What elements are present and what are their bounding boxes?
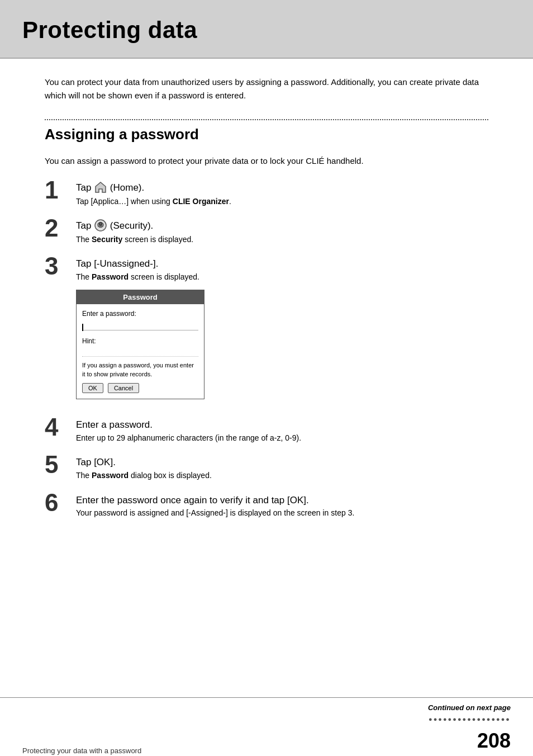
footer-right: Continued on next page ●●●●●●●●●●●●●●●●●… xyxy=(428,702,511,756)
step-5-number: 5 xyxy=(45,452,76,477)
security-icon xyxy=(94,219,107,232)
section-title: Assigning a password xyxy=(45,124,488,145)
step-5-sub: The Password dialog box is displayed. xyxy=(76,470,488,481)
step-2-number: 2 xyxy=(45,216,76,240)
home-icon xyxy=(94,181,107,194)
page-header: Protecting data xyxy=(0,0,533,58)
step-1-content: Tap (Home). Tap [Applica…] when using CL… xyxy=(76,181,488,207)
dialog-cancel-button[interactable]: Cancel xyxy=(108,383,139,393)
dialog-hint-label: Hint: xyxy=(82,336,198,346)
dialog-buttons: OK Cancel xyxy=(82,383,198,393)
step-1-sub: Tap [Applica…] when using CLIE Organizer… xyxy=(76,196,488,207)
step-4-number: 4 xyxy=(45,415,76,440)
continued-text: Continued on next page xyxy=(428,702,511,714)
svg-point-2 xyxy=(99,222,102,225)
step-6-number: 6 xyxy=(45,490,76,515)
footer-left-text: Protecting your data with a password xyxy=(22,745,141,757)
step-1-number: 1 xyxy=(45,178,76,202)
step-6: 6 Enter the password once again to verif… xyxy=(45,494,488,519)
step-3-main: Tap [-Unassigned-]. xyxy=(76,257,488,271)
step-5: 5 Tap [OK]. The Password dialog box is d… xyxy=(45,456,488,481)
step-6-main: Enter the password once again to verify … xyxy=(76,494,488,507)
step-4-main: Enter a password. xyxy=(76,418,488,432)
page-number: 208 xyxy=(477,726,511,756)
password-dialog: Password Enter a password: Hint: If you … xyxy=(76,290,204,399)
page-container: Protecting data You can protect your dat… xyxy=(0,0,533,756)
step-1-main: Tap (Home). xyxy=(76,181,488,195)
main-content: You can protect your data from unauthori… xyxy=(0,59,533,542)
step-3-content: Tap [-Unassigned-]. The Password screen … xyxy=(76,257,488,406)
dialog-note: If you assign a password, you must enter… xyxy=(82,361,198,379)
dialog-body: Enter a password: Hint: If you assign a … xyxy=(77,304,204,399)
step-6-content: Enter the password once again to verify … xyxy=(76,494,488,519)
step-2-content: Tap (Security). The Security screen is d… xyxy=(76,219,488,245)
step-6-sub: Your password is assigned and [-Assigned… xyxy=(76,508,488,519)
footer-dots: ●●●●●●●●●●●●●●●●● xyxy=(429,715,511,724)
dialog-enter-label: Enter a password: xyxy=(82,309,198,319)
dialog-title-bar: Password xyxy=(77,290,204,305)
dialog-ok-button[interactable]: OK xyxy=(82,383,103,393)
step-2-sub: The Security screen is displayed. xyxy=(76,234,488,245)
page-title: Protecting data xyxy=(22,12,511,48)
step-1: 1 Tap (Home). Tap [Applica…] when using … xyxy=(45,181,488,207)
step-2-main: Tap (Security). xyxy=(76,219,488,233)
step-4: 4 Enter a password. Enter up to 29 alpha… xyxy=(45,418,488,443)
step-4-sub: Enter up to 29 alphanumeric characters (… xyxy=(76,433,488,444)
step-3-number: 3 xyxy=(45,254,76,278)
step-2: 2 Tap (Security). The Security screen is… xyxy=(45,219,488,245)
section-divider xyxy=(45,119,488,120)
step-5-content: Tap [OK]. The Password dialog box is dis… xyxy=(76,456,488,481)
step-5-main: Tap [OK]. xyxy=(76,456,488,469)
intro-text: You can protect your data from unauthori… xyxy=(45,75,488,102)
page-footer: Protecting your data with a password Con… xyxy=(0,697,533,756)
step-3: 3 Tap [-Unassigned-]. The Password scree… xyxy=(45,257,488,406)
step-4-content: Enter a password. Enter up to 29 alphanu… xyxy=(76,418,488,443)
section-intro: You can assign a password to protect you… xyxy=(45,154,488,168)
dialog-cursor xyxy=(82,324,83,331)
step-3-sub: The Password screen is displayed. xyxy=(76,272,488,283)
